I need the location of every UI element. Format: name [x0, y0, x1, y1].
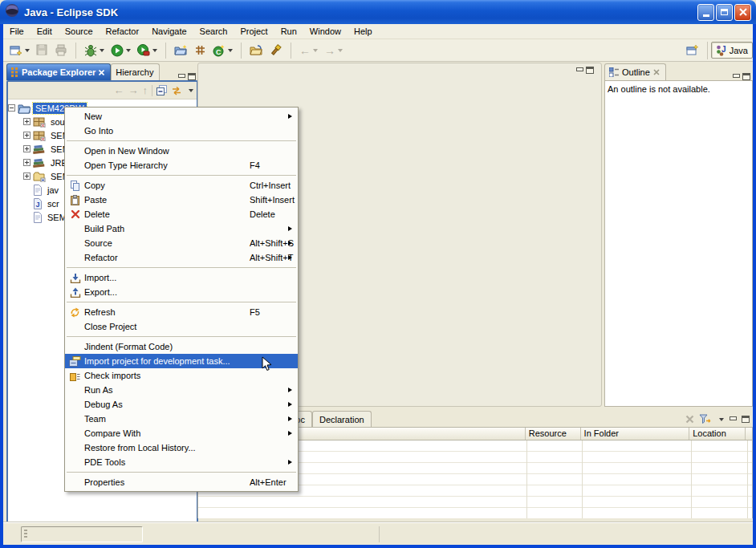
expand-expander-icon[interactable] [23, 145, 30, 152]
outline-tabs: Outline [604, 63, 753, 80]
outline-body: An outline is not available. [604, 80, 753, 407]
expand-expander-icon[interactable] [23, 132, 30, 139]
menu-item-team[interactable]: Team [65, 412, 298, 426]
dropdown-arrow-icon[interactable] [25, 49, 30, 52]
close-button[interactable] [734, 4, 751, 21]
menu-item-import[interactable]: Import... [65, 270, 298, 285]
submenu-arrow-icon [288, 114, 292, 119]
collapse-all-icon[interactable] [156, 85, 167, 95]
run-button[interactable] [108, 42, 134, 59]
perspective-bar: J Java [681, 40, 753, 61]
open-folder-button[interactable] [246, 42, 266, 59]
menu-item-source[interactable]: SourceAlt+Shift+S [65, 236, 298, 250]
window-border-right [753, 21, 756, 548]
menu-item-close-project[interactable]: Close Project [65, 319, 298, 334]
column-location[interactable]: Location [689, 428, 746, 440]
menu-item-compare-with[interactable]: Compare With [65, 426, 298, 440]
new-class-button[interactable]: C [209, 42, 236, 59]
view-menu-icon[interactable] [719, 418, 724, 421]
maximize-view-icon[interactable] [586, 67, 594, 74]
debug-button[interactable] [81, 42, 108, 59]
minimize-view-icon[interactable] [732, 73, 740, 80]
menu-item-restore-from-local-history[interactable]: Restore from Local History... [65, 440, 298, 455]
java-perspective-button[interactable]: J Java [711, 42, 753, 59]
menu-item-export[interactable]: Export... [65, 285, 298, 299]
menu-source[interactable]: Source [59, 25, 100, 38]
menu-help[interactable]: Help [348, 25, 379, 38]
menu-project[interactable]: Project [234, 25, 274, 38]
menu-item-debug-as[interactable]: Debug As [65, 397, 298, 412]
menu-item-delete[interactable]: DeleteDelete [65, 207, 298, 221]
menu-refactor[interactable]: Refactor [100, 25, 146, 38]
dropdown-arrow-icon[interactable] [228, 49, 233, 52]
close-icon[interactable] [653, 69, 660, 75]
maximize-view-icon[interactable] [742, 73, 750, 80]
menu-item-refresh[interactable]: RefreshF5 [65, 305, 298, 319]
external-tools-button[interactable] [134, 42, 161, 59]
menu-item-new[interactable]: New [65, 109, 298, 124]
minimize-view-icon[interactable] [575, 67, 583, 74]
new-wizard-button[interactable] [6, 42, 33, 59]
menu-item-pde-tools[interactable]: PDE Tools [65, 455, 298, 469]
back-button: ← [296, 43, 321, 59]
expand-expander-icon[interactable] [23, 173, 30, 180]
new-java-project-button[interactable] [171, 42, 191, 59]
expand-expander-icon[interactable] [23, 118, 30, 125]
package-explorer-icon [11, 67, 18, 77]
menu-navigate[interactable]: Navigate [145, 25, 193, 38]
source-package-icon [33, 116, 46, 128]
save-icon [36, 44, 48, 56]
tab-package-explorer[interactable]: Package Explorer [6, 63, 111, 80]
menu-item-paste[interactable]: PasteShift+Insert [65, 193, 298, 207]
dropdown-arrow-icon[interactable] [126, 49, 131, 52]
maximize-view-icon[interactable] [188, 73, 196, 80]
menu-item-open-type-hierarchy[interactable]: Open Type HierarchyF4 [65, 158, 298, 173]
tab-hierarchy[interactable]: Hierarchy [111, 63, 160, 80]
maximize-view-icon[interactable] [742, 416, 750, 423]
open-folder-icon [250, 44, 263, 56]
menu-item-copy[interactable]: CopyCtrl+Insert [65, 178, 298, 193]
dropdown-arrow-icon[interactable] [152, 49, 157, 52]
collapse-expander-icon[interactable] [8, 104, 15, 112]
menu-separator [67, 302, 296, 302]
delete-icon [68, 209, 82, 220]
menu-window[interactable]: Window [303, 25, 348, 38]
menu-item-open-in-new-window[interactable]: Open in New Window [65, 144, 298, 158]
dropdown-arrow-icon [313, 49, 318, 52]
minimize-view-icon[interactable] [729, 416, 737, 423]
open-perspective-button[interactable] [681, 42, 704, 59]
forward-icon: → [324, 45, 335, 56]
menu-search[interactable]: Search [193, 25, 234, 38]
link-with-editor-icon[interactable] [171, 86, 182, 95]
tab-outline[interactable]: Outline [604, 63, 666, 80]
menu-run[interactable]: Run [274, 25, 303, 38]
menu-item-properties[interactable]: PropertiesAlt+Enter [65, 475, 298, 489]
menu-item-refactor[interactable]: RefactorAlt+Shift+T [65, 250, 298, 265]
expand-expander-icon[interactable] [23, 159, 30, 166]
svg-text:J: J [36, 201, 40, 209]
view-menu-icon[interactable] [189, 89, 193, 92]
tree-item-label[interactable]: scr [45, 198, 62, 209]
grip-icon [24, 530, 27, 539]
menu-item-run-as[interactable]: Run As [65, 383, 298, 397]
minimize-view-icon[interactable] [177, 73, 185, 80]
menu-item-go-into[interactable]: Go Into [65, 124, 298, 138]
delete-x-icon [685, 415, 694, 424]
menu-file[interactable]: File [3, 25, 30, 38]
toolbar-separator [291, 43, 291, 59]
filter-icon[interactable] [699, 414, 712, 424]
maximize-button[interactable] [716, 4, 733, 21]
menu-edit[interactable]: Edit [30, 25, 59, 38]
check-imports-icon [68, 370, 82, 381]
new-java-package-button[interactable] [191, 42, 209, 59]
menu-item-build-path[interactable]: Build Path [65, 221, 298, 236]
dropdown-arrow-icon[interactable] [100, 49, 104, 52]
search-button[interactable] [266, 42, 286, 59]
tree-item-label[interactable]: jav [45, 185, 61, 196]
menu-item-jindent[interactable]: Jindent (Format Code) [65, 339, 298, 354]
tab-declaration[interactable]: Declaration [312, 411, 372, 427]
column-in-folder[interactable]: In Folder [581, 428, 690, 440]
minimize-button[interactable] [697, 4, 714, 21]
column-resource[interactable]: Resource [526, 428, 581, 440]
close-icon[interactable] [99, 70, 104, 75]
